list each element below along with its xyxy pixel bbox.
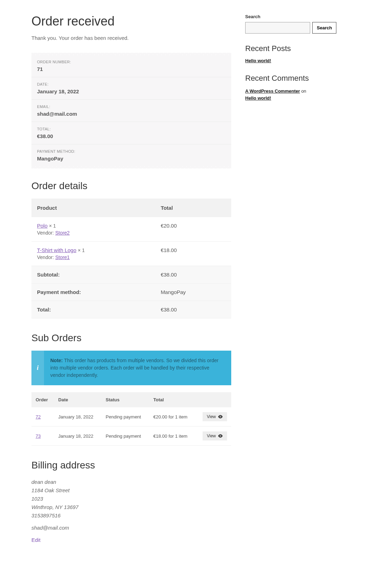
sub-order-total: €20.00 for 1 item [149,407,196,426]
table-row: 72 January 18, 2022 Pending payment €20.… [31,407,231,426]
sub-order-total: €18.00 for 1 item [149,426,196,446]
recent-comments-heading: Recent Comments [245,74,315,83]
product-link[interactable]: Polo [37,223,48,229]
total-header: Total [155,199,231,217]
view-button[interactable]: View [203,412,227,421]
sub-order-date: January 18, 2022 [54,407,102,426]
status-header: Status [102,392,149,407]
table-row: 73 January 18, 2022 Pending payment €18.… [31,426,231,446]
recent-posts-heading: Recent Posts [245,44,315,53]
search-button[interactable]: Search [312,22,336,34]
eye-icon [218,415,223,418]
info-icon: i [31,351,44,385]
svg-point-0 [220,416,221,417]
overview-total: TOTAL: €38.00 [31,122,231,144]
on-text: on [300,88,306,94]
vendor-label: Vendor: [37,230,54,236]
search-label: Search [245,14,315,19]
overview-value: January 18, 2022 [37,88,226,94]
payment-method-value: MangoPay [155,284,231,301]
sub-order-link[interactable]: 72 [36,414,41,420]
billing-line: 3153897516 [31,512,60,518]
overview-value: 71 [37,66,226,72]
order-header: Order [31,392,54,407]
subtotal-label: Subtotal: [31,266,155,284]
overview-value: MangoPay [37,156,226,162]
product-total: €20.00 [155,217,231,242]
overview-date: DATE: January 18, 2022 [31,77,231,100]
view-button[interactable]: View [203,431,227,440]
product-qty: × 1 [78,248,85,253]
billing-heading: Billing address [31,460,231,471]
thankyou-message: Thank you. Your order has been received. [31,35,231,41]
total-label: Total: [31,301,155,318]
billing-line: 1023 [31,496,43,502]
date-header: Date [54,392,102,407]
total-value: €38.00 [155,301,231,318]
billing-line: dean dean [31,479,56,485]
recent-post-link[interactable]: Hello world! [245,58,271,63]
overview-label: PAYMENT METHOD: [37,149,226,153]
overview-order-number: ORDER NUMBER: 71 [31,55,231,77]
eye-icon [218,434,223,438]
recent-comment: A WordPress Commenter on Hello world! [245,88,315,101]
page-title: Order received [31,14,231,29]
view-label: View [207,433,216,438]
overview-value: shad@mail.com [37,111,226,117]
sub-order-status: Pending payment [102,407,149,426]
sub-order-status: Pending payment [102,426,149,446]
search-input[interactable] [245,22,310,34]
svg-point-1 [220,436,221,436]
vendor-link[interactable]: Store2 [55,230,70,236]
overview-value: €38.00 [37,133,226,139]
view-label: View [207,414,216,419]
product-qty: × 1 [49,223,56,229]
overview-payment-method: PAYMENT METHOD: MangoPay [31,144,231,166]
sub-orders-heading: Sub Orders [31,332,231,344]
table-row: Polo × 1 Vendor: Store2 €20.00 [31,217,231,242]
comment-post-link[interactable]: Hello world! [245,95,271,101]
overview-label: DATE: [37,82,226,86]
product-link[interactable]: T-Shirt with Logo [37,247,76,253]
billing-email: shad@mail.com [31,525,231,531]
table-row: T-Shirt with Logo × 1 Vendor: Store1 €18… [31,242,231,266]
note-label: Note: [50,358,63,363]
overview-label: ORDER NUMBER: [37,60,226,64]
sub-order-link[interactable]: 73 [36,433,41,439]
order-details-table: Product Total Polo × 1 Vendor: Store2 €2… [31,199,231,318]
order-overview: ORDER NUMBER: 71 DATE: January 18, 2022 … [31,55,231,166]
overview-label: TOTAL: [37,127,226,131]
overview-email: EMAIL: shad@mail.com [31,100,231,122]
billing-address: dean dean 1184 Oak Street 1023 Winthrop,… [31,478,231,520]
billing-line: Winthrop, NY 13697 [31,504,79,510]
comment-author-link[interactable]: A WordPress Commenter [245,88,300,94]
overview-label: EMAIL: [37,105,226,109]
billing-line: 1184 Oak Street [31,487,70,493]
order-details-heading: Order details [31,180,231,192]
product-total: €18.00 [155,242,231,266]
vendor-link[interactable]: Store1 [55,254,70,260]
vendor-label: Vendor: [37,254,54,260]
product-header: Product [31,199,155,217]
sub-order-date: January 18, 2022 [54,426,102,446]
edit-link[interactable]: Edit [31,537,41,543]
note-text: This order has products from multiple ve… [50,358,218,378]
total-header: Total [149,392,196,407]
sub-orders-table: Order Date Status Total 72 January 18, 2… [31,392,231,446]
sub-orders-note: i Note: This order has products from mul… [31,351,231,385]
subtotal-value: €38.00 [155,266,231,284]
payment-method-label: Payment method: [31,284,155,301]
